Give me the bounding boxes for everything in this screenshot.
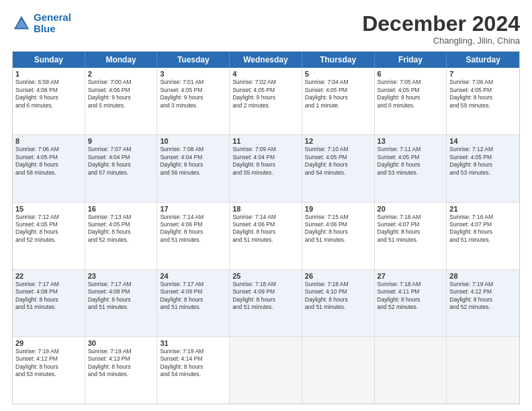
cell-content: Sunrise: 7:04 AM Sunset: 4:05 PM Dayligh… — [305, 79, 371, 109]
day-number: 9 — [88, 137, 154, 145]
header-day-wednesday: Wednesday — [230, 52, 302, 68]
day-number: 19 — [305, 205, 371, 213]
cell-content: Sunrise: 7:17 AM Sunset: 4:08 PM Dayligh… — [88, 281, 154, 312]
calendar-cell-r4c5: 26Sunrise: 7:18 AM Sunset: 4:10 PM Dayli… — [302, 270, 375, 336]
cell-content: Sunrise: 7:11 AM Sunset: 4:05 PM Dayligh… — [378, 146, 444, 177]
cell-content: Sunrise: 7:12 AM Sunset: 4:05 PM Dayligh… — [15, 214, 82, 244]
logo: General Blue — [12, 12, 71, 34]
day-number: 27 — [378, 272, 444, 280]
cell-content: Sunrise: 7:14 AM Sunset: 4:06 PM Dayligh… — [160, 214, 226, 244]
cell-content: Sunrise: 7:06 AM Sunset: 4:05 PM Dayligh… — [449, 79, 517, 109]
location-subtitle: Changling, Jilin, China — [362, 36, 520, 46]
day-number: 28 — [449, 272, 517, 280]
calendar-cell-r1c5: 5Sunrise: 7:04 AM Sunset: 4:05 PM Daylig… — [302, 68, 375, 134]
day-number: 20 — [378, 205, 444, 213]
calendar-cell-r4c1: 22Sunrise: 7:17 AM Sunset: 4:08 PM Dayli… — [13, 270, 85, 336]
day-number: 30 — [88, 339, 154, 347]
cell-content: Sunrise: 7:02 AM Sunset: 4:05 PM Dayligh… — [232, 79, 299, 109]
header: General Blue December 2024 Changling, Ji… — [12, 12, 520, 46]
day-number: 7 — [449, 70, 517, 78]
day-number: 24 — [160, 272, 226, 280]
cell-content: Sunrise: 7:19 AM Sunset: 4:12 PM Dayligh… — [15, 348, 82, 379]
cell-content: Sunrise: 7:08 AM Sunset: 4:04 PM Dayligh… — [160, 146, 226, 177]
cell-content: Sunrise: 7:19 AM Sunset: 4:13 PM Dayligh… — [88, 348, 154, 379]
day-number: 26 — [305, 272, 371, 280]
cell-content: Sunrise: 7:06 AM Sunset: 4:05 PM Dayligh… — [15, 146, 82, 177]
title-block: December 2024 Changling, Jilin, China — [362, 12, 520, 46]
calendar-cell-r1c6: 6Sunrise: 7:05 AM Sunset: 4:05 PM Daylig… — [375, 68, 447, 134]
calendar-cell-r2c5: 12Sunrise: 7:10 AM Sunset: 4:05 PM Dayli… — [302, 135, 375, 201]
cell-content: Sunrise: 7:16 AM Sunset: 4:07 PM Dayligh… — [449, 214, 517, 244]
day-number: 14 — [449, 137, 517, 145]
calendar-cell-r5c3: 31Sunrise: 7:19 AM Sunset: 4:14 PM Dayli… — [157, 337, 230, 404]
calendar-cell-r3c6: 20Sunrise: 7:16 AM Sunset: 4:07 PM Dayli… — [375, 203, 447, 269]
header-day-tuesday: Tuesday — [157, 52, 230, 68]
cell-content: Sunrise: 7:18 AM Sunset: 4:10 PM Dayligh… — [305, 281, 371, 312]
calendar-cell-r5c4 — [230, 337, 302, 404]
calendar-header: SundayMondayTuesdayWednesdayThursdayFrid… — [13, 52, 519, 68]
calendar-cell-r5c5 — [302, 337, 375, 404]
calendar-cell-r3c2: 16Sunrise: 7:13 AM Sunset: 4:05 PM Dayli… — [85, 203, 158, 269]
calendar-cell-r3c3: 17Sunrise: 7:14 AM Sunset: 4:06 PM Dayli… — [157, 203, 230, 269]
cell-content: Sunrise: 7:00 AM Sunset: 4:06 PM Dayligh… — [88, 79, 154, 109]
cell-content: Sunrise: 7:12 AM Sunset: 4:05 PM Dayligh… — [449, 146, 517, 177]
cell-content: Sunrise: 7:05 AM Sunset: 4:05 PM Dayligh… — [378, 79, 444, 109]
cell-content: Sunrise: 7:14 AM Sunset: 4:06 PM Dayligh… — [232, 214, 299, 244]
day-number: 1 — [15, 70, 82, 78]
cell-content: Sunrise: 7:01 AM Sunset: 4:05 PM Dayligh… — [160, 79, 226, 109]
day-number: 6 — [378, 70, 444, 78]
day-number: 16 — [88, 205, 154, 213]
calendar-cell-r1c3: 3Sunrise: 7:01 AM Sunset: 4:05 PM Daylig… — [157, 68, 230, 134]
day-number: 29 — [15, 339, 82, 347]
cell-content: Sunrise: 7:19 AM Sunset: 4:14 PM Dayligh… — [160, 348, 226, 379]
calendar-cell-r5c6 — [375, 337, 447, 404]
cell-content: Sunrise: 6:59 AM Sunset: 4:06 PM Dayligh… — [15, 79, 82, 109]
day-number: 18 — [232, 205, 299, 213]
day-number: 13 — [378, 137, 444, 145]
cell-content: Sunrise: 7:15 AM Sunset: 4:06 PM Dayligh… — [305, 214, 371, 244]
cell-content: Sunrise: 7:17 AM Sunset: 4:09 PM Dayligh… — [160, 281, 226, 312]
calendar-row-2: 8Sunrise: 7:06 AM Sunset: 4:05 PM Daylig… — [13, 134, 519, 201]
day-number: 4 — [232, 70, 299, 78]
day-number: 25 — [232, 272, 299, 280]
calendar-cell-r3c1: 15Sunrise: 7:12 AM Sunset: 4:05 PM Dayli… — [13, 203, 85, 269]
cell-content: Sunrise: 7:13 AM Sunset: 4:05 PM Dayligh… — [88, 214, 154, 244]
calendar-cell-r2c7: 14Sunrise: 7:12 AM Sunset: 4:05 PM Dayli… — [447, 135, 519, 201]
cell-content: Sunrise: 7:10 AM Sunset: 4:05 PM Dayligh… — [305, 146, 371, 177]
cell-content: Sunrise: 7:17 AM Sunset: 4:08 PM Dayligh… — [15, 281, 82, 312]
calendar-cell-r3c7: 21Sunrise: 7:16 AM Sunset: 4:07 PM Dayli… — [447, 203, 519, 269]
calendar-cell-r5c7 — [447, 337, 519, 404]
calendar-cell-r4c2: 23Sunrise: 7:17 AM Sunset: 4:08 PM Dayli… — [85, 270, 158, 336]
calendar: SundayMondayTuesdayWednesdayThursdayFrid… — [12, 51, 520, 404]
cell-content: Sunrise: 7:18 AM Sunset: 4:11 PM Dayligh… — [378, 281, 444, 312]
logo-text: General Blue — [34, 12, 71, 34]
calendar-cell-r4c3: 24Sunrise: 7:17 AM Sunset: 4:09 PM Dayli… — [157, 270, 230, 336]
calendar-cell-r4c4: 25Sunrise: 7:18 AM Sunset: 4:09 PM Dayli… — [230, 270, 302, 336]
calendar-cell-r5c2: 30Sunrise: 7:19 AM Sunset: 4:13 PM Dayli… — [85, 337, 158, 404]
calendar-cell-r1c4: 4Sunrise: 7:02 AM Sunset: 4:05 PM Daylig… — [230, 68, 302, 134]
calendar-row-1: 1Sunrise: 6:59 AM Sunset: 4:06 PM Daylig… — [13, 68, 519, 134]
calendar-cell-r2c3: 10Sunrise: 7:08 AM Sunset: 4:04 PM Dayli… — [157, 135, 230, 201]
calendar-cell-r2c1: 8Sunrise: 7:06 AM Sunset: 4:05 PM Daylig… — [13, 135, 85, 201]
day-number: 2 — [88, 70, 154, 78]
page: General Blue December 2024 Changling, Ji… — [0, 0, 532, 411]
header-day-sunday: Sunday — [13, 52, 85, 68]
cell-content: Sunrise: 7:19 AM Sunset: 4:12 PM Dayligh… — [449, 281, 517, 312]
calendar-cell-r1c2: 2Sunrise: 7:00 AM Sunset: 4:06 PM Daylig… — [85, 68, 158, 134]
day-number: 21 — [449, 205, 517, 213]
day-number: 23 — [88, 272, 154, 280]
cell-content: Sunrise: 7:16 AM Sunset: 4:07 PM Dayligh… — [378, 214, 444, 244]
logo-line2: Blue — [34, 23, 56, 34]
day-number: 8 — [15, 137, 82, 145]
header-day-thursday: Thursday — [302, 52, 375, 68]
day-number: 10 — [160, 137, 226, 145]
logo-line1: General — [34, 11, 71, 23]
logo-icon — [12, 14, 31, 33]
calendar-row-5: 29Sunrise: 7:19 AM Sunset: 4:12 PM Dayli… — [13, 336, 519, 404]
calendar-cell-r2c6: 13Sunrise: 7:11 AM Sunset: 4:05 PM Dayli… — [375, 135, 447, 201]
day-number: 12 — [305, 137, 371, 145]
day-number: 11 — [232, 137, 299, 145]
calendar-cell-r4c6: 27Sunrise: 7:18 AM Sunset: 4:11 PM Dayli… — [375, 270, 447, 336]
day-number: 5 — [305, 70, 371, 78]
calendar-cell-r1c1: 1Sunrise: 6:59 AM Sunset: 4:06 PM Daylig… — [13, 68, 85, 134]
